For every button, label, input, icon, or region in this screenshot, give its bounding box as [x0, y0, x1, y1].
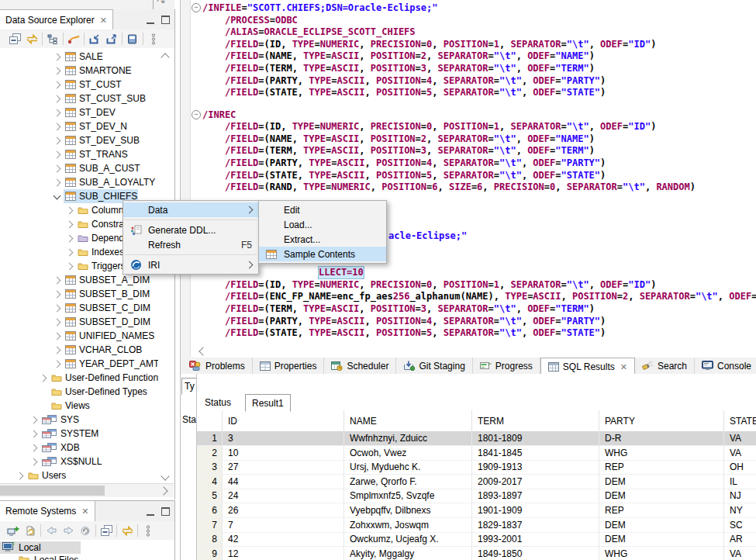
minimize-icon[interactable] — [147, 506, 154, 516]
chevron-collapsed-icon[interactable] — [40, 375, 47, 382]
tree-item-st-dev-n[interactable]: ST_DEV_N — [0, 119, 158, 133]
tab-progress[interactable]: Progress — [473, 358, 540, 374]
tab-scheduler[interactable]: Scheduler — [324, 358, 396, 374]
table-row[interactable]: 912Akyity, Mggalgy1849-1850WHGVA — [197, 547, 756, 560]
close-icon[interactable]: ✕ — [81, 506, 88, 517]
script-editor[interactable]: −−− /INFILE="SCOTT.CHIEFS;DSN=Oracle-Ecl… — [180, 0, 756, 358]
table-row[interactable]: 13Wwfnhznyi, Zduicc1801-1809D-RVA — [197, 431, 756, 446]
table-row[interactable]: 626Vyebpqffv, Dilbnexs1901-1909REPNY — [197, 503, 756, 518]
menu-item-extract[interactable]: Extract... — [259, 232, 386, 247]
menu-item-data[interactable]: Data — [123, 202, 258, 217]
table-row[interactable]: 444Zarwe, Qrorfo F.2009-2017DEMIL — [197, 475, 756, 489]
column-header-party[interactable]: PARTY — [599, 410, 723, 431]
tree-item-xdb[interactable]: XDB — [0, 441, 158, 455]
tree-item-unified-names[interactable]: UNIFIED_NAMES — [0, 329, 158, 343]
chevron-collapsed-icon[interactable] — [66, 221, 74, 229]
auto-connect-icon[interactable] — [65, 30, 82, 47]
tree-item-smartone[interactable]: SMARTONE — [0, 64, 158, 78]
chevron-expanded-icon[interactable] — [54, 192, 61, 200]
link-with-editor-icon[interactable] — [119, 522, 136, 539]
tree-item-subset-d-dim[interactable]: SUBSET_D_DIM — [0, 315, 158, 329]
tab-sql-results[interactable]: SQL Results✕ — [540, 358, 635, 375]
tab-result1[interactable]: Result1 — [245, 394, 291, 412]
chevron-collapsed-icon[interactable] — [54, 165, 61, 173]
minimize-icon[interactable] — [147, 15, 154, 24]
table-row[interactable]: 842Owckumz, Ucjeafg X.1993-2001DEMAR — [197, 532, 756, 547]
dse-horizontal-scrollbar[interactable] — [0, 483, 174, 497]
menu-item-iri[interactable]: IRI — [123, 258, 258, 272]
view-menu-icon[interactable] — [140, 522, 157, 539]
chevron-collapsed-icon[interactable] — [54, 137, 61, 145]
up-circle-icon[interactable] — [77, 522, 94, 539]
scroll-left-icon[interactable] — [198, 347, 207, 355]
back-icon[interactable] — [43, 522, 60, 539]
tab-git-staging[interactable]: Git Staging — [396, 358, 472, 374]
tree-item-st-trans[interactable]: ST_TRANS — [0, 147, 158, 161]
chevron-collapsed-icon[interactable] — [54, 109, 61, 117]
tab-problems[interactable]: Problems — [182, 358, 253, 374]
remote-item-local[interactable]: Local — [0, 541, 174, 554]
table-row[interactable]: 327Ursj, Myduehc K.1909-1913REPOH — [197, 460, 756, 475]
chevron-collapsed-icon[interactable] — [54, 319, 61, 327]
tree-item-sub-a-loyalty[interactable]: SUB_A_LOYALTY — [0, 175, 158, 189]
collapse-all-icon[interactable] — [6, 30, 23, 47]
column-header-name[interactable]: NAME — [343, 410, 471, 431]
chevron-collapsed-icon[interactable] — [54, 95, 61, 103]
tree-item-user-defined-types[interactable]: User-Defined Types — [0, 385, 158, 399]
chevron-collapsed-icon[interactable] — [54, 81, 61, 89]
chevron-collapsed-icon[interactable] — [54, 361, 61, 368]
tree-item-st-cust[interactable]: ST_CUST — [0, 78, 158, 92]
chevron-collapsed-icon[interactable] — [66, 249, 74, 257]
chevron-collapsed-icon[interactable] — [54, 333, 61, 340]
tab-data-source-explorer[interactable]: Data Source Explorer ✕ — [0, 9, 113, 30]
tab-properties[interactable]: Properties — [253, 358, 325, 374]
chevron-collapsed-icon[interactable] — [16, 472, 24, 480]
menu-item-generate-ddl[interactable]: Generate DDL... — [123, 223, 258, 237]
new-connection-icon[interactable] — [5, 522, 22, 539]
table-row[interactable]: 77Zohxxwm, Joswqm1829-1837DEMSC — [197, 518, 756, 533]
tab-remote-systems[interactable]: Remote Systems ✕ — [0, 501, 95, 521]
tree-item-sys[interactable]: SYS — [0, 413, 158, 427]
chevron-collapsed-icon[interactable] — [30, 458, 38, 466]
close-icon[interactable]: ✕ — [100, 16, 107, 26]
import-config-icon[interactable] — [86, 30, 103, 47]
query-status-column-header[interactable]: Sta — [182, 414, 196, 425]
tree-item-st-cust-sub[interactable]: ST_CUST_SUB — [0, 92, 158, 105]
menu-item-sample-contents[interactable]: Sample Contents — [259, 247, 386, 261]
tree-item-st-dev-sub[interactable]: ST_DEV_SUB — [0, 133, 158, 147]
fold-collapse-icon[interactable]: − — [192, 110, 201, 119]
close-icon[interactable]: ✕ — [620, 362, 627, 372]
tab-type[interactable]: Ty — [181, 378, 197, 395]
link-with-editor-icon[interactable] — [23, 30, 40, 47]
maximize-icon[interactable] — [161, 507, 170, 516]
column-header-term[interactable]: TERM — [471, 410, 599, 431]
chevron-collapsed-icon[interactable] — [54, 277, 61, 285]
tree-item-subset-c-dim[interactable]: SUBSET_C_DIM — [0, 301, 158, 315]
tree-item-users[interactable]: Users — [0, 468, 158, 482]
chevron-collapsed-icon[interactable] — [54, 347, 61, 354]
forward-icon[interactable] — [60, 522, 77, 539]
catalog-book-icon[interactable] — [124, 30, 141, 47]
scroll-down-icon[interactable] — [161, 472, 169, 480]
table-row[interactable]: 210Ocwoh, Vwez1841-1845WHGVA — [197, 446, 756, 461]
export-config-icon[interactable] — [103, 30, 120, 47]
menu-item-load[interactable]: Load... — [259, 217, 386, 232]
chevron-collapsed-icon[interactable] — [30, 430, 38, 438]
chevron-collapsed-icon[interactable] — [66, 235, 74, 243]
refresh-doc-icon[interactable] — [22, 522, 39, 539]
chevron-collapsed-icon[interactable] — [54, 123, 61, 131]
tree-mode-icon[interactable] — [44, 30, 61, 47]
tree-item-sub-a-cust[interactable]: SUB_A_CUST — [0, 161, 158, 175]
fold-collapse-icon[interactable]: − — [192, 3, 201, 12]
tree-item-year-dept-amt[interactable]: YEAR_DEPT_AMT — [0, 357, 158, 371]
chevron-collapsed-icon[interactable] — [30, 444, 38, 452]
chevron-collapsed-icon[interactable] — [54, 67, 61, 75]
remote-item-local-files[interactable]: Local Files — [0, 554, 174, 560]
table-row[interactable]: 524Smplmxnfz5, Svzqfe1893-1897DEMNJ — [197, 489, 756, 503]
chevron-collapsed-icon[interactable] — [66, 263, 74, 271]
tree-item-system[interactable]: SYSTEM — [0, 427, 158, 441]
tree-item-sale[interactable]: SALE — [0, 50, 158, 64]
menu-item-edit[interactable]: Edit — [259, 202, 386, 217]
scroll-up-icon[interactable] — [161, 53, 169, 61]
tab-console[interactable]: Console — [695, 358, 756, 374]
